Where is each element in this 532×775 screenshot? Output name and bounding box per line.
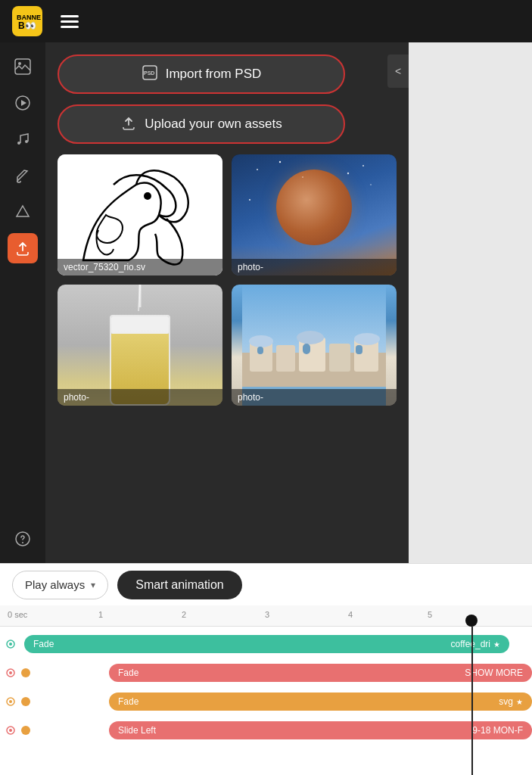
svg-point-15	[257, 169, 258, 170]
timeline-track: Fade svg ★	[0, 687, 532, 716]
chevron-left-icon: <	[395, 65, 401, 77]
track-bar-area: Slide Left 9-18 MON-F	[33, 720, 532, 741]
svg-point-38	[9, 643, 12, 646]
svg-rect-28	[329, 344, 350, 372]
timeline-track: Fade coffee_dri ★	[0, 630, 532, 658]
svg-point-10	[22, 542, 23, 543]
svg-rect-26	[276, 345, 295, 372]
asset-item[interactable]: vector_75320_rio.sv	[58, 154, 222, 275]
track-file-label: 9-18 MON-F	[472, 725, 523, 736]
hamburger-menu[interactable]	[58, 12, 82, 31]
asset-thumbnail-vector	[58, 154, 222, 275]
panel-close-button[interactable]: <	[387, 54, 409, 88]
psd-icon: PSD	[142, 64, 158, 85]
svg-point-8	[25, 140, 28, 143]
play-always-label: Play always	[25, 578, 85, 591]
sidebar-item-play[interactable]	[8, 88, 38, 118]
sidebar-item-shapes[interactable]	[8, 197, 38, 227]
chevron-down-icon: ▾	[91, 580, 95, 590]
asset-item[interactable]: photo-	[232, 285, 397, 406]
timeline: 0 sec 1 2 3 4 5 Fade coff	[0, 605, 532, 775]
svg-point-42	[9, 700, 12, 703]
svg-point-44	[9, 729, 12, 732]
track-eye-toggle[interactable]	[0, 633, 21, 655]
track-star-icon: ★	[516, 698, 523, 706]
track-bar-area: Fade SHOW MORE	[33, 662, 532, 683]
svg-point-32	[354, 333, 380, 345]
svg-text:B👀: B👀	[18, 20, 36, 31]
svg-point-20	[249, 199, 250, 201]
ruler-mark-5: 5	[428, 610, 432, 619]
svg-rect-35	[356, 345, 362, 354]
track-file-label: SHOW MORE	[465, 668, 523, 678]
sidebar-item-upload[interactable]	[8, 233, 38, 263]
sidebar-item-music[interactable]	[8, 124, 38, 154]
svg-point-16	[279, 161, 281, 163]
header: BANNER B👀	[0, 0, 532, 42]
track-eye-toggle[interactable]	[0, 720, 21, 741]
svg-rect-34	[303, 344, 310, 354]
play-always-dropdown[interactable]: Play always ▾	[12, 571, 108, 599]
import-psd-label: Import from PSD	[166, 67, 262, 82]
track-bar-area: Fade svg ★	[33, 691, 532, 712]
upload-assets-label: Upload your own assets	[145, 117, 282, 132]
track-file-label: svg	[499, 696, 513, 707]
asset-label: photo-	[232, 389, 397, 406]
asset-label: photo-	[232, 259, 397, 275]
canvas-area[interactable]	[409, 42, 532, 563]
track-animation-label: Fade	[33, 639, 54, 649]
track-bar[interactable]: Fade coffee_dri ★	[24, 635, 509, 653]
svg-point-31	[297, 331, 324, 344]
hamburger-line	[61, 26, 79, 28]
svg-point-21	[347, 173, 349, 174]
asset-label: photo-	[58, 389, 222, 406]
ruler-mark-4: 4	[348, 610, 353, 619]
ruler-mark-3: 3	[265, 610, 269, 619]
track-bar[interactable]: Fade svg ★	[109, 693, 532, 711]
asset-thumbnail-moon	[232, 154, 397, 275]
timeline-track: Slide Left 9-18 MON-F	[0, 716, 532, 745]
asset-grid: vector_75320_rio.sv	[58, 154, 397, 406]
upload-icon	[120, 114, 137, 135]
svg-point-30	[249, 335, 273, 347]
track-bar[interactable]: Fade SHOW MORE	[109, 664, 532, 682]
panel: PSD Import from PSD Upload your own asse…	[45, 42, 409, 563]
bottom-section: Play always ▾ Smart animation 0 sec 1 2 …	[0, 563, 532, 775]
track-dot	[21, 726, 30, 735]
track-bar-area: Fade coffee_dri ★	[24, 633, 532, 655]
sidebar-item-brush[interactable]	[8, 160, 38, 191]
smart-animation-label: Smart animation	[135, 578, 224, 591]
track-eye-toggle[interactable]	[0, 662, 21, 683]
asset-item[interactable]: photo-	[232, 154, 397, 275]
asset-thumbnail-city	[232, 285, 397, 406]
asset-label: vector_75320_rio.sv	[58, 259, 222, 275]
import-psd-button[interactable]: PSD Import from PSD	[58, 54, 345, 94]
track-bar[interactable]: Slide Left 9-18 MON-F	[109, 721, 532, 739]
hamburger-line	[61, 15, 79, 17]
ruler-mark-1: 1	[98, 610, 103, 619]
upload-assets-button[interactable]: Upload your own assets	[58, 104, 345, 144]
smart-animation-button[interactable]: Smart animation	[117, 571, 242, 599]
logo[interactable]: BANNER B👀	[12, 6, 42, 36]
svg-point-40	[9, 671, 12, 674]
svg-rect-13	[68, 154, 212, 275]
svg-marker-6	[21, 100, 26, 106]
svg-text:PSD: PSD	[144, 70, 154, 76]
timeline-cursor-head[interactable]	[465, 615, 478, 627]
track-file-label: coffee_dri	[451, 639, 490, 649]
svg-point-14	[144, 192, 151, 200]
svg-point-18	[362, 165, 364, 167]
asset-thumbnail-drink	[58, 285, 222, 406]
controls-bar: Play always ▾ Smart animation	[0, 563, 532, 605]
track-animation-label: Fade	[118, 696, 138, 707]
main-layout: PSD Import from PSD Upload your own asse…	[0, 42, 532, 563]
tracks-area: Fade coffee_dri ★ Fade SHO	[0, 627, 532, 748]
sidebar-item-help[interactable]	[8, 524, 38, 554]
sidebar-item-image[interactable]	[8, 51, 38, 82]
asset-item[interactable]: photo-	[58, 285, 222, 406]
track-dot	[21, 668, 30, 677]
svg-rect-33	[257, 347, 263, 354]
svg-point-4	[18, 62, 21, 65]
svg-point-17	[302, 176, 303, 178]
track-eye-toggle[interactable]	[0, 691, 21, 712]
